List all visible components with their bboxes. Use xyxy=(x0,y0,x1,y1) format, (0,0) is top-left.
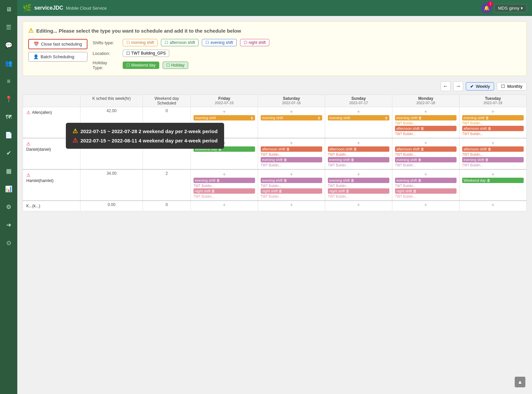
document-icon[interactable]: 📄 xyxy=(3,129,15,141)
sched-hrs-cell: 0.00 xyxy=(80,201,143,211)
shift-block[interactable]: afternoon shift 🗑 xyxy=(462,146,524,152)
shift-block[interactable]: afternoon shift 🗑 xyxy=(395,126,457,131)
add-shift-button[interactable]: + xyxy=(328,140,389,146)
delete-shift-icon[interactable]: 🗑 xyxy=(385,116,388,120)
shift-block[interactable]: evening shift 🗑 xyxy=(328,178,389,183)
shift-block[interactable]: morning shift 🗑 xyxy=(462,115,524,120)
unchecked-icon: ☐ xyxy=(501,84,505,89)
add-shift-button[interactable]: + xyxy=(462,109,524,114)
add-shift-button[interactable]: + xyxy=(462,202,524,208)
add-shift-button[interactable]: + xyxy=(462,172,524,177)
shift-cell-hamlet-mon: + evening shift 🗑 TWT Buildin... night s… xyxy=(392,169,459,201)
shift-block[interactable]: Weekend day 🗑 xyxy=(462,178,524,183)
night-shift-chip[interactable]: ☐ night shift xyxy=(240,39,269,46)
chart-icon[interactable]: 📊 xyxy=(3,183,15,195)
employee-name-text: Hamlet(hamlet) xyxy=(26,178,54,183)
check-icon: ✔ xyxy=(470,84,474,89)
add-shift-button[interactable]: + xyxy=(193,202,256,208)
shift-block[interactable]: afternoon shift 🗑 xyxy=(261,146,322,152)
morning-checkbox: ☐ xyxy=(126,40,130,45)
menu-icon[interactable]: ☰ xyxy=(3,21,15,33)
header-right: 🔔 7 MDS ginny ▾ xyxy=(481,3,527,13)
grid-icon[interactable]: ▦ xyxy=(3,165,15,177)
shift-block[interactable]: evening shift 🗑 xyxy=(328,157,389,162)
monthly-view-button[interactable]: ☐ Monthly xyxy=(497,82,527,91)
add-shift-button[interactable]: + xyxy=(328,172,389,177)
prev-button[interactable]: ← xyxy=(441,81,451,91)
delete-shift-icon[interactable]: 🗑 xyxy=(318,116,321,120)
batch-scheduling-button[interactable]: 👤 Batch Scheduling xyxy=(28,52,87,62)
shift-block[interactable]: morning shift 🗑 xyxy=(328,115,389,120)
app-name: serviceJDC xyxy=(34,5,63,11)
col-header-mon: Monday 2022-07-18 xyxy=(392,95,459,107)
settings-icon[interactable]: ⚙ xyxy=(3,201,15,213)
afternoon-shift-chip[interactable]: ☐ afternoon shift xyxy=(161,39,199,46)
chat-icon[interactable]: 💬 xyxy=(3,39,15,51)
add-shift-button[interactable]: + xyxy=(394,202,457,208)
error-icon: ⚠ xyxy=(26,172,31,178)
error-icon: ⚠ xyxy=(26,110,31,115)
add-shift-button[interactable]: + xyxy=(395,172,457,177)
add-shift-button[interactable]: + xyxy=(395,109,457,114)
shift-block[interactable]: morning shift 🗑 xyxy=(261,115,322,120)
tooltip-overlay: ⚠ 2022-07-15 ~ 2022-07-28 2 weekend day … xyxy=(66,123,224,149)
location-icon[interactable]: 📍 xyxy=(3,93,15,105)
logout-icon[interactable]: ➜ xyxy=(3,219,15,231)
shift-block[interactable]: night shift 🗑 xyxy=(328,188,389,194)
shift-block[interactable]: afternoon shift 🗑 xyxy=(328,146,389,152)
add-shift-button[interactable]: + xyxy=(328,109,389,114)
shift-block[interactable]: evening shift 🗑 xyxy=(261,157,322,162)
shift-block[interactable]: evening shift 🗑 xyxy=(395,178,457,183)
add-shift-button[interactable]: + xyxy=(462,140,524,146)
shift-block[interactable]: afternoon shift 🗑 xyxy=(462,126,524,131)
shift-block[interactable]: evening shift 🗑 xyxy=(395,157,457,162)
list-icon[interactable]: ≡ xyxy=(3,75,15,87)
employee-name-cell: K...(k...) xyxy=(23,201,80,211)
close-fast-scheduling-button[interactable]: 📅 Close fast scheduling xyxy=(28,39,87,49)
scroll-to-top-button[interactable]: ▲ xyxy=(515,377,525,387)
shift-block[interactable]: night shift 🗑 xyxy=(194,188,255,194)
col-header-weekend: Weekend day Scheduled xyxy=(143,95,191,107)
shifts-label: Shifts type: xyxy=(93,40,119,45)
shift-cell-allen-sun: + morning shift 🗑 xyxy=(325,107,392,138)
add-shift-button[interactable]: + xyxy=(194,109,255,114)
location-text: TWT Building_GPS xyxy=(131,51,166,56)
tooltip-err-icon: ⚠ xyxy=(72,137,78,144)
morning-shift-chip[interactable]: ☐ morning shift xyxy=(123,39,158,46)
shift-block[interactable]: evening shift 🗑 xyxy=(261,178,322,183)
add-shift-button[interactable]: + xyxy=(194,172,255,177)
add-shift-button[interactable]: + xyxy=(395,140,457,146)
shift-cell-daniel-sat: + afternoon shift 🗑 TWT Buildin... eveni… xyxy=(258,138,325,169)
notification-button[interactable]: 🔔 7 xyxy=(481,3,492,13)
employee-name-cell: ⚠ Hamlet(hamlet) xyxy=(23,169,80,201)
shift-block[interactable]: morning shift 🗑 xyxy=(395,115,457,120)
add-shift-button[interactable]: + xyxy=(261,109,322,114)
shift-block[interactable]: evening shift 🗑 xyxy=(194,178,255,183)
weekly-view-button[interactable]: ✔ Weekly xyxy=(466,82,494,91)
add-shift-button[interactable]: + xyxy=(261,140,322,146)
col-header-fri: Friday 2022-07-15 xyxy=(191,95,258,107)
expand-icon[interactable]: ⊙ xyxy=(3,237,15,249)
evening-shift-chip[interactable]: ☐ evening shift xyxy=(202,39,236,46)
user-menu-button[interactable]: MDS ginny ▾ xyxy=(494,4,527,12)
monitor-icon[interactable]: 🖥 xyxy=(3,3,15,15)
org-name: MDS xyxy=(498,6,508,11)
schedule-table: K sched this week(hr) Weekend day Schedu… xyxy=(23,95,527,211)
weekend-day-chip[interactable]: ☐ Weekend day xyxy=(123,62,159,69)
shift-block[interactable]: night shift 🗑 xyxy=(261,188,322,194)
shift-block[interactable]: night shift 🗑 xyxy=(395,188,457,194)
next-button[interactable]: → xyxy=(453,81,463,91)
shift-block[interactable]: afternoon shift 🗑 xyxy=(395,146,457,152)
map-icon[interactable]: 🗺 xyxy=(3,111,15,123)
shift-block[interactable]: evening shift 🗑 xyxy=(462,157,524,162)
check-icon[interactable]: ✔ xyxy=(3,147,15,159)
add-shift-button[interactable]: + xyxy=(261,172,322,177)
add-shift-button[interactable]: + xyxy=(260,202,323,208)
holiday-chip[interactable]: ☐ Holiday xyxy=(163,62,188,69)
add-shift-button[interactable]: + xyxy=(327,202,390,208)
col-header-sched: K sched this week(hr) xyxy=(80,95,143,107)
shift-block[interactable]: morning shift 🗑 xyxy=(194,115,255,120)
delete-shift-icon[interactable]: 🗑 xyxy=(250,116,254,120)
location-chip[interactable]: ☐ TWT Building_GPS xyxy=(123,50,170,57)
users-icon[interactable]: 👥 xyxy=(3,57,15,69)
